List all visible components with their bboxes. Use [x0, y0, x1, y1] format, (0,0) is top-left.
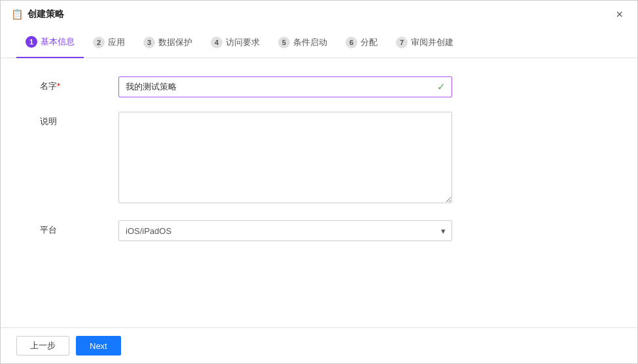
desc-row: 说明 — [40, 112, 598, 206]
dialog-title: 📋 创建策略 — [11, 8, 64, 20]
name-input-wrap: ✓ — [118, 76, 452, 97]
step-1[interactable]: 1 基本信息 — [16, 27, 84, 58]
name-required: * — [57, 81, 60, 91]
step-4[interactable]: 4 访问要求 — [202, 27, 269, 58]
create-policy-dialog: 📋 创建策略 × 1 基本信息 2 应用 3 数据保护 4 访问要求 5 条件启… — [0, 0, 638, 364]
form-area: 名字* ✓ 说明 平台 iOS/iPadOS — [1, 58, 637, 327]
name-input[interactable] — [118, 76, 452, 97]
step-6-num: 6 — [346, 37, 357, 48]
next-button[interactable]: Next — [76, 336, 121, 356]
step-7[interactable]: 7 审阅并创建 — [387, 27, 463, 58]
step-4-num: 4 — [211, 37, 222, 48]
name-label: 名字* — [40, 76, 118, 92]
step-6-label: 分配 — [361, 37, 378, 48]
step-5[interactable]: 5 条件启动 — [269, 27, 336, 58]
platform-row: 平台 iOS/iPadOS Android Windows macOS ▾ — [40, 220, 598, 241]
dialog-title-icon: 📋 — [11, 8, 24, 20]
step-1-label: 基本信息 — [41, 36, 75, 48]
dialog-title-text: 创建策略 — [27, 8, 64, 20]
platform-select[interactable]: iOS/iPadOS Android Windows macOS — [118, 220, 452, 241]
step-1-num: 1 — [26, 36, 37, 48]
step-7-label: 审阅并创建 — [411, 37, 453, 48]
name-field-wrap: ✓ — [118, 76, 452, 97]
step-5-label: 条件启动 — [293, 37, 327, 48]
step-2-label: 应用 — [108, 37, 125, 48]
close-button[interactable]: × — [612, 7, 627, 22]
step-6[interactable]: 6 分配 — [336, 27, 387, 58]
name-row: 名字* ✓ — [40, 76, 598, 97]
desc-label: 说明 — [40, 112, 118, 127]
platform-label: 平台 — [40, 220, 118, 236]
platform-select-wrap: iOS/iPadOS Android Windows macOS ▾ — [118, 220, 452, 241]
step-5-num: 5 — [278, 37, 290, 48]
dialog-titlebar: 📋 创建策略 × — [1, 1, 637, 27]
step-7-num: 7 — [396, 37, 408, 48]
step-2[interactable]: 2 应用 — [84, 27, 134, 58]
desc-field-wrap — [118, 112, 452, 206]
dialog-footer: 上一步 Next — [1, 327, 637, 363]
step-3-num: 3 — [143, 37, 155, 48]
step-4-label: 访问要求 — [226, 37, 260, 48]
back-button[interactable]: 上一步 — [16, 336, 69, 356]
steps-bar: 1 基本信息 2 应用 3 数据保护 4 访问要求 5 条件启动 6 分配 7 … — [1, 27, 637, 58]
step-2-num: 2 — [93, 37, 105, 48]
step-3[interactable]: 3 数据保护 — [134, 27, 202, 58]
desc-textarea[interactable] — [118, 112, 452, 203]
step-3-label: 数据保护 — [158, 37, 192, 48]
platform-field-wrap: iOS/iPadOS Android Windows macOS ▾ — [118, 220, 452, 241]
